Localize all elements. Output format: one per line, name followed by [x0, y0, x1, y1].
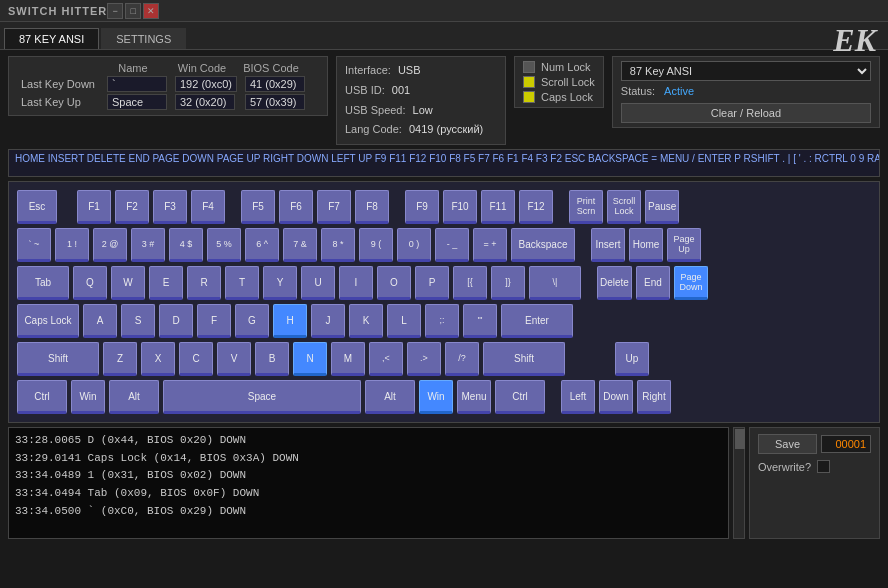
key-slash[interactable]: /?	[445, 342, 479, 376]
key-c[interactable]: C	[179, 342, 213, 376]
key-pause[interactable]: Pause	[645, 190, 679, 224]
key-lbracket[interactable]: [{	[453, 266, 487, 300]
key-up[interactable]: Up	[615, 342, 649, 376]
key-h[interactable]: H	[273, 304, 307, 338]
key-tab[interactable]: Tab	[17, 266, 69, 300]
key-f10[interactable]: F10	[443, 190, 477, 224]
tab-87-key-ansi[interactable]: 87 KEY ANSI	[4, 28, 99, 49]
key-rshift[interactable]: Shift	[483, 342, 565, 376]
key-1[interactable]: 1 !	[55, 228, 89, 262]
key-i[interactable]: I	[339, 266, 373, 300]
key-semicolon[interactable]: ;:	[425, 304, 459, 338]
overwrite-checkbox[interactable]	[817, 460, 830, 473]
key-k[interactable]: K	[349, 304, 383, 338]
maximize-button[interactable]: □	[125, 3, 141, 19]
key-l[interactable]: L	[387, 304, 421, 338]
key-scroll-lock[interactable]: ScrollLock	[607, 190, 641, 224]
key-f8[interactable]: F8	[355, 190, 389, 224]
log-scrollbar[interactable]	[733, 427, 745, 539]
key-w[interactable]: W	[111, 266, 145, 300]
save-button[interactable]: Save	[758, 434, 817, 454]
tab-settings[interactable]: SETTINGS	[101, 28, 186, 49]
key-9[interactable]: 9 (	[359, 228, 393, 262]
key-e[interactable]: E	[149, 266, 183, 300]
key-backspace[interactable]: Backspace	[511, 228, 575, 262]
key-z[interactable]: Z	[103, 342, 137, 376]
key-f4[interactable]: F4	[191, 190, 225, 224]
key-rwin[interactable]: Win	[419, 380, 453, 414]
key-5[interactable]: 5 %	[207, 228, 241, 262]
key-a[interactable]: A	[83, 304, 117, 338]
key-d[interactable]: D	[159, 304, 193, 338]
key-m[interactable]: M	[331, 342, 365, 376]
key-b[interactable]: B	[255, 342, 289, 376]
key-lalt[interactable]: Alt	[109, 380, 159, 414]
key-menu[interactable]: Menu	[457, 380, 491, 414]
key-f1[interactable]: F1	[77, 190, 111, 224]
key-3[interactable]: 3 #	[131, 228, 165, 262]
key-o[interactable]: O	[377, 266, 411, 300]
key-esc[interactable]: Esc	[17, 190, 57, 224]
key-f6[interactable]: F6	[279, 190, 313, 224]
key-right[interactable]: Right	[637, 380, 671, 414]
close-button[interactable]: ✕	[143, 3, 159, 19]
key-delete[interactable]: Delete	[597, 266, 632, 300]
key-x[interactable]: X	[141, 342, 175, 376]
key-space[interactable]: Space	[163, 380, 361, 414]
key-q[interactable]: Q	[73, 266, 107, 300]
lang-code-label: Lang Code:	[345, 123, 402, 135]
key-print-screen[interactable]: PrintScrn	[569, 190, 603, 224]
scrollbar-thumb[interactable]	[735, 429, 745, 449]
key-2[interactable]: 2 @	[93, 228, 127, 262]
key-7[interactable]: 7 &	[283, 228, 317, 262]
key-f5[interactable]: F5	[241, 190, 275, 224]
key-left[interactable]: Left	[561, 380, 595, 414]
key-page-down[interactable]: PageDown	[674, 266, 708, 300]
key-end[interactable]: End	[636, 266, 670, 300]
key-rbracket[interactable]: ]}	[491, 266, 525, 300]
key-rctrl[interactable]: Ctrl	[495, 380, 545, 414]
key-caps-lock[interactable]: Caps Lock	[17, 304, 79, 338]
key-backslash[interactable]: \|	[529, 266, 581, 300]
key-period[interactable]: .>	[407, 342, 441, 376]
key-f12[interactable]: F12	[519, 190, 553, 224]
key-y[interactable]: Y	[263, 266, 297, 300]
key-equals[interactable]: = +	[473, 228, 507, 262]
key-j[interactable]: J	[311, 304, 345, 338]
key-down[interactable]: Down	[599, 380, 633, 414]
key-insert[interactable]: Insert	[591, 228, 625, 262]
key-s[interactable]: S	[121, 304, 155, 338]
key-f[interactable]: F	[197, 304, 231, 338]
key-4[interactable]: 4 $	[169, 228, 203, 262]
key-f2[interactable]: F2	[115, 190, 149, 224]
key-6[interactable]: 6 ^	[245, 228, 279, 262]
clear-reload-button[interactable]: Clear / Reload	[621, 103, 871, 123]
key-v[interactable]: V	[217, 342, 251, 376]
key-8[interactable]: 8 *	[321, 228, 355, 262]
key-lshift[interactable]: Shift	[17, 342, 99, 376]
key-n[interactable]: N	[293, 342, 327, 376]
key-f7[interactable]: F7	[317, 190, 351, 224]
key-f11[interactable]: F11	[481, 190, 515, 224]
key-f9[interactable]: F9	[405, 190, 439, 224]
key-enter[interactable]: Enter	[501, 304, 573, 338]
key-0[interactable]: 0 )	[397, 228, 431, 262]
app-title: SWITCH HITTER	[8, 5, 107, 17]
key-g[interactable]: G	[235, 304, 269, 338]
key-f3[interactable]: F3	[153, 190, 187, 224]
key-ralt[interactable]: Alt	[365, 380, 415, 414]
key-t[interactable]: T	[225, 266, 259, 300]
key-lwin[interactable]: Win	[71, 380, 105, 414]
key-page-up[interactable]: PageUp	[667, 228, 701, 262]
key-comma[interactable]: ,<	[369, 342, 403, 376]
keyboard-select[interactable]: 87 Key ANSI	[621, 61, 871, 81]
key-u[interactable]: U	[301, 266, 335, 300]
key-p[interactable]: P	[415, 266, 449, 300]
minimize-button[interactable]: −	[107, 3, 123, 19]
key-backtick[interactable]: ` ~	[17, 228, 51, 262]
key-minus[interactable]: - _	[435, 228, 469, 262]
key-quote[interactable]: '"	[463, 304, 497, 338]
key-r[interactable]: R	[187, 266, 221, 300]
key-lctrl[interactable]: Ctrl	[17, 380, 67, 414]
key-home[interactable]: Home	[629, 228, 663, 262]
